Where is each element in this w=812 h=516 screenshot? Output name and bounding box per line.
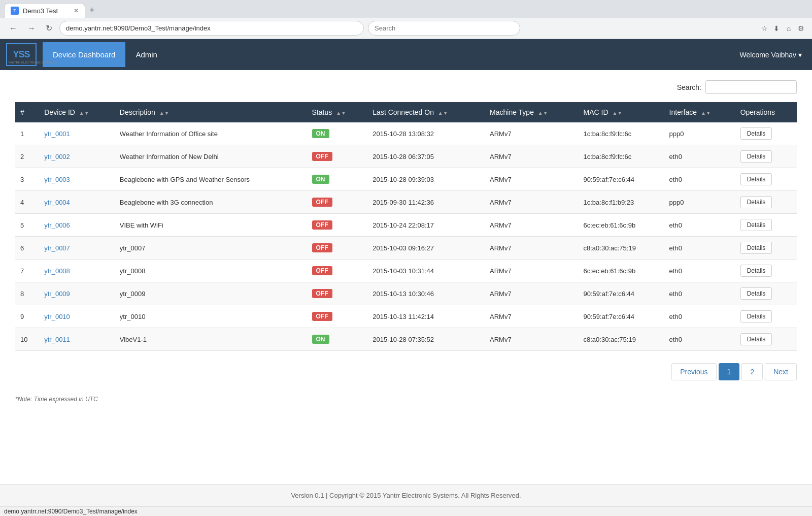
page-1-button[interactable]: 1 — [719, 363, 740, 380]
nav-admin[interactable]: Admin — [125, 42, 167, 67]
cell-last-connected: 2015-09-30 11:42:36 — [367, 191, 485, 214]
col-mac-id[interactable]: MAC ID ▲▼ — [579, 102, 664, 122]
sort-icon-mac-id: ▲▼ — [612, 110, 622, 116]
cell-device-id: ytr_0004 — [39, 191, 115, 214]
logo-box: YSS YANTRR ELECTRONIC SYSTEMS — [6, 43, 37, 66]
details-button[interactable]: Details — [740, 173, 772, 185]
device-id-link[interactable]: ytr_0006 — [44, 221, 70, 229]
details-button[interactable]: Details — [740, 310, 772, 322]
details-button[interactable]: Details — [740, 333, 772, 345]
cell-machine-type: ARMv7 — [485, 282, 578, 305]
reload-button[interactable]: ↻ — [43, 21, 55, 35]
cell-status: OFF — [307, 191, 368, 214]
device-id-link[interactable]: ytr_0009 — [44, 290, 70, 298]
cell-num: 8 — [15, 282, 39, 305]
cell-num: 3 — [15, 168, 39, 191]
settings-icon[interactable]: ⚙ — [796, 23, 806, 34]
status-badge: OFF — [312, 243, 332, 252]
col-last-connected[interactable]: Last Connected On ▲▼ — [367, 102, 485, 122]
table-row: 5 ytr_0006 VIBE with WiFi OFF 2015-10-24… — [15, 214, 797, 237]
cell-operations: Details — [735, 328, 797, 351]
cell-description: Beaglebone with GPS and Weather Sensors — [115, 168, 307, 191]
new-tab-button[interactable]: + — [85, 3, 99, 18]
cell-description: Weather Information of New Delhi — [115, 145, 307, 168]
cell-device-id: ytr_0007 — [39, 237, 115, 260]
device-id-link[interactable]: ytr_0011 — [44, 336, 70, 343]
col-num[interactable]: # — [15, 102, 39, 122]
device-id-link[interactable]: ytr_0001 — [44, 130, 70, 138]
cell-last-connected: 2015-10-28 09:39:03 — [367, 168, 485, 191]
table-row: 10 ytr_0011 VibeV1-1 ON 2015-10-28 07:35… — [15, 328, 797, 351]
status-badge: OFF — [312, 289, 332, 298]
url-bar[interactable] — [59, 21, 364, 36]
cell-description: Weather Information of Office site — [115, 122, 307, 145]
cell-num: 9 — [15, 305, 39, 328]
cell-operations: Details — [735, 214, 797, 237]
details-button[interactable]: Details — [740, 242, 772, 254]
cell-interface: eth0 — [664, 282, 735, 305]
col-interface[interactable]: Interface ▲▼ — [664, 102, 735, 122]
cell-num: 6 — [15, 237, 39, 260]
details-button[interactable]: Details — [740, 287, 772, 300]
device-id-link[interactable]: ytr_0008 — [44, 267, 70, 275]
col-machine-type[interactable]: Machine Type ▲▼ — [485, 102, 578, 122]
cell-num: 5 — [15, 214, 39, 237]
details-button[interactable]: Details — [740, 219, 772, 231]
table-row: 4 ytr_0004 Beaglebone with 3G connection… — [15, 191, 797, 214]
device-id-link[interactable]: ytr_0003 — [44, 176, 70, 183]
col-status[interactable]: Status ▲▼ — [307, 102, 368, 122]
cell-machine-type: ARMv7 — [485, 168, 578, 191]
app-footer: Version 0.1 | Copyright © 2015 Yantrr El… — [0, 484, 812, 506]
details-button[interactable]: Details — [740, 127, 772, 140]
cell-status: ON — [307, 328, 368, 351]
cell-interface: eth0 — [664, 328, 735, 351]
next-button[interactable]: Next — [765, 363, 797, 380]
status-badge: ON — [312, 175, 329, 184]
status-badge: OFF — [312, 266, 332, 275]
main-content: Search: # Device ID ▲▼ Description ▲▼ St… — [0, 70, 812, 484]
device-id-link[interactable]: ytr_0002 — [44, 153, 70, 160]
cell-last-connected: 2015-10-28 06:37:05 — [367, 145, 485, 168]
details-button[interactable]: Details — [740, 265, 772, 277]
details-button[interactable]: Details — [740, 150, 772, 163]
app-logo: YSS YANTRR ELECTRONIC SYSTEMS — [0, 39, 43, 70]
cell-interface: ppp0 — [664, 122, 735, 145]
cell-mac-id: 90:59:af:7e:c6:44 — [579, 305, 664, 328]
cell-machine-type: ARMv7 — [485, 145, 578, 168]
details-button[interactable]: Details — [740, 196, 772, 208]
logo-text: YSS — [13, 49, 29, 60]
back-button[interactable]: ← — [6, 22, 20, 35]
table-row: 6 ytr_0007 ytr_0007 OFF 2015-10-03 09:16… — [15, 237, 797, 260]
previous-button[interactable]: Previous — [671, 363, 716, 380]
bookmark-icon[interactable]: ☆ — [759, 23, 769, 34]
cell-last-connected: 2015-10-13 10:30:46 — [367, 282, 485, 305]
cell-interface: eth0 — [664, 145, 735, 168]
active-tab[interactable]: T Demo3 Test ✕ — [4, 3, 85, 18]
cell-mac-id: 1c:ba:8c:f1:b9:23 — [579, 191, 664, 214]
footer-text: Version 0.1 | Copyright © 2015 Yantrr El… — [291, 492, 521, 499]
download-icon[interactable]: ⬇ — [771, 23, 782, 34]
browser-search-input[interactable] — [368, 21, 520, 36]
forward-button[interactable]: → — [24, 22, 39, 35]
sort-icon-last-connected: ▲▼ — [438, 110, 448, 116]
home-icon[interactable]: ⌂ — [784, 23, 794, 34]
welcome-text[interactable]: Welcome Vaibhav ▾ — [730, 43, 812, 67]
cell-last-connected: 2015-10-13 11:42:14 — [367, 305, 485, 328]
cell-mac-id: c8:a0:30:ac:75:19 — [579, 328, 664, 351]
col-device-id[interactable]: Device ID ▲▼ — [39, 102, 115, 122]
col-description[interactable]: Description ▲▼ — [115, 102, 307, 122]
cell-operations: Details — [735, 168, 797, 191]
page-2-button[interactable]: 2 — [741, 363, 763, 380]
tab-close-button[interactable]: ✕ — [74, 7, 79, 14]
device-id-link[interactable]: ytr_0004 — [44, 199, 70, 206]
cell-num: 4 — [15, 191, 39, 214]
cell-operations: Details — [735, 145, 797, 168]
cell-device-id: ytr_0010 — [39, 305, 115, 328]
table-row: 1 ytr_0001 Weather Information of Office… — [15, 122, 797, 145]
cell-description: ytr_0010 — [115, 305, 307, 328]
device-id-link[interactable]: ytr_0007 — [44, 244, 70, 252]
app-header: YSS YANTRR ELECTRONIC SYSTEMS Device Das… — [0, 39, 812, 70]
table-search-input[interactable] — [705, 80, 797, 94]
search-row: Search: — [15, 80, 797, 94]
device-id-link[interactable]: ytr_0010 — [44, 313, 70, 320]
